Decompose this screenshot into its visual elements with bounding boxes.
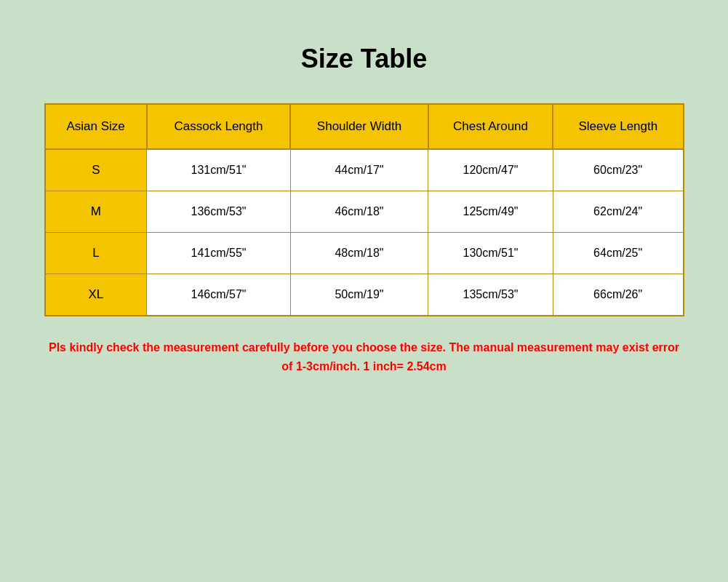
- table-cell-1-0: M: [45, 191, 147, 233]
- table-header-1: Cassock Length: [147, 104, 290, 149]
- table-cell-1-1: 136cm/53": [147, 191, 290, 233]
- table-cell-0-4: 60cm/23": [553, 149, 683, 191]
- table-cell-0-1: 131cm/51": [147, 149, 290, 191]
- table-header-row: Asian SizeCassock LengthShoulder WidthCh…: [45, 104, 684, 149]
- table-cell-2-4: 64cm/25": [553, 233, 683, 274]
- table-cell-2-0: L: [45, 233, 147, 274]
- table-row: M136cm/53"46cm/18"125cm/49"62cm/24": [45, 191, 684, 233]
- table-header-2: Shoulder Width: [290, 104, 428, 149]
- table-cell-0-2: 44cm/17": [290, 149, 428, 191]
- table-row: S131cm/51"44cm/17"120cm/47"60cm/23": [45, 149, 684, 191]
- table-cell-2-2: 48cm/18": [290, 233, 428, 274]
- table-cell-3-3: 135cm/53": [428, 274, 553, 316]
- table-cell-2-1: 141cm/55": [147, 233, 290, 274]
- table-cell-1-3: 125cm/49": [428, 191, 553, 233]
- table-cell-3-2: 50cm/19": [290, 274, 428, 316]
- table-cell-3-1: 146cm/57": [147, 274, 290, 316]
- table-header-0: Asian Size: [45, 104, 147, 149]
- table-header-3: Chest Around: [428, 104, 553, 149]
- table-cell-1-4: 62cm/24": [553, 191, 683, 233]
- table-cell-0-0: S: [45, 149, 147, 191]
- size-table: Asian SizeCassock LengthShoulder WidthCh…: [44, 103, 684, 316]
- table-cell-3-4: 66cm/26": [553, 274, 683, 316]
- table-cell-1-2: 46cm/18": [290, 191, 428, 233]
- size-table-container: Asian SizeCassock LengthShoulder WidthCh…: [44, 103, 684, 316]
- table-body: S131cm/51"44cm/17"120cm/47"60cm/23"M136c…: [45, 149, 684, 316]
- measurement-notice: Pls kindly check the measurement careful…: [44, 338, 684, 375]
- table-row: XL146cm/57"50cm/19"135cm/53"66cm/26": [45, 274, 684, 316]
- table-row: L141cm/55"48cm/18"130cm/51"64cm/25": [45, 233, 684, 274]
- table-cell-3-0: XL: [45, 274, 147, 316]
- table-cell-0-3: 120cm/47": [428, 149, 553, 191]
- table-header-4: Sleeve Length: [553, 104, 683, 149]
- table-cell-2-3: 130cm/51": [428, 233, 553, 274]
- page-title: Size Table: [301, 44, 427, 74]
